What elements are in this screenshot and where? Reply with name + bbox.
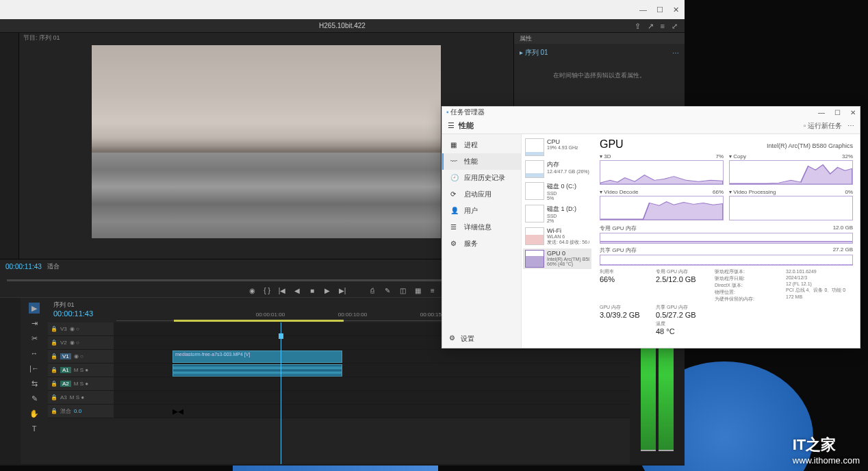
- export-icon[interactable]: ⇪: [635, 22, 641, 31]
- program-panel-label: 节目: 序列 01: [19, 33, 513, 42]
- safe-margin-icon[interactable]: ▦: [413, 287, 422, 294]
- type-tool-icon[interactable]: T: [29, 423, 40, 434]
- perf-disk0[interactable]: 磁盘 0 (C:)SSD5%: [523, 181, 591, 202]
- track-a1-label[interactable]: A1: [60, 367, 71, 373]
- tool-icon[interactable]: ⎙: [368, 287, 377, 294]
- close-icon[interactable]: ✕: [673, 5, 679, 14]
- track-a3-label[interactable]: A3: [60, 394, 67, 400]
- track-v3-label[interactable]: V3: [60, 326, 67, 332]
- chart-3d: ▾ 3D7%: [600, 153, 724, 185]
- maximize-icon[interactable]: ☐: [656, 5, 663, 14]
- video-clip[interactable]: mediastorm-free-a7s3-003.MP4 [V]: [173, 351, 342, 363]
- program-timecode[interactable]: 00:00:11:43: [5, 263, 42, 270]
- gpu-title: GPU: [600, 138, 624, 151]
- chart-dedicated-memory: 专用 GPU 内存12.0 GB: [600, 225, 853, 242]
- document-tab-label: H265.10bit.422: [319, 22, 366, 29]
- chart-copy: ▾ Copy32%: [729, 153, 853, 185]
- left-gutter: [0, 33, 19, 259]
- next-frame-icon[interactable]: ▶|: [337, 287, 347, 294]
- slip-tool-icon[interactable]: ⇆: [29, 378, 40, 389]
- zoom-fit-dropdown[interactable]: 适合: [47, 262, 60, 271]
- razor-tool-icon[interactable]: |←: [29, 363, 40, 374]
- nav-settings[interactable]: ⚙设置: [449, 334, 474, 344]
- nav-startup[interactable]: ⟳启动应用: [442, 186, 521, 203]
- ripple-tool-icon[interactable]: ✂: [29, 333, 40, 344]
- camera-icon[interactable]: ✎: [383, 287, 392, 294]
- perf-cpu[interactable]: CPU19% 4.93 GHz: [523, 137, 591, 157]
- premiere-titlebar: — ☐ ✕: [0, 0, 685, 19]
- rate-tool-icon[interactable]: ↔: [29, 348, 40, 359]
- track-mix-label[interactable]: 混合: [60, 407, 71, 415]
- share-icon[interactable]: ↗: [648, 22, 654, 31]
- nav-services[interactable]: ⚙服务: [442, 236, 521, 252]
- chart-video-decode: ▾ Video Decode66%: [600, 189, 724, 220]
- tm-title: 任务管理器: [450, 108, 485, 116]
- chart-video-processing: ▾ Video Processing0%: [729, 189, 853, 220]
- perf-gpu0[interactable]: GPU 0Intel(R) Arc(TM) B58...66% (48 °C): [523, 249, 591, 269]
- tm-minimize-icon[interactable]: —: [818, 109, 825, 116]
- mark-out-icon[interactable]: { }: [262, 287, 272, 294]
- props-seq-name: 序列 01: [525, 49, 548, 56]
- nav-users[interactable]: 👤用户: [442, 203, 521, 219]
- settings-icon[interactable]: ≡: [428, 287, 437, 294]
- properties-tab[interactable]: 属性: [514, 33, 685, 44]
- mark-in-icon[interactable]: ◉: [247, 287, 257, 294]
- timeline-seq-name[interactable]: 序列 01: [53, 301, 111, 309]
- track-a2-label[interactable]: A2: [60, 381, 71, 387]
- step-back-icon[interactable]: ◀: [292, 287, 302, 294]
- work-area-bar[interactable]: [174, 320, 344, 322]
- perf-disk1[interactable]: 磁盘 1 (D:)SSD2%: [523, 203, 591, 225]
- tm-tab-title: 性能: [459, 121, 474, 129]
- playhead[interactable]: [281, 322, 281, 464]
- fullscreen-icon[interactable]: ⤢: [672, 22, 678, 31]
- premiere-document-tab[interactable]: H265.10bit.422 ⇪ ↗ ≡ ⤢: [0, 19, 685, 33]
- nav-processes[interactable]: ▦进程: [442, 137, 521, 153]
- task-manager-window: ▪ 任务管理器 — ☐ ✕ ☰ 性能 ▫ 运行新任务 ⋯ ▦进程 〰性能 🕘应用…: [442, 106, 860, 348]
- hand-tool-icon[interactable]: ✋: [29, 408, 40, 419]
- tm-close-icon[interactable]: ✕: [850, 109, 856, 116]
- program-monitor[interactable]: [19, 42, 513, 259]
- step-fwd-icon[interactable]: ▶: [322, 287, 332, 294]
- preview-frame: [92, 45, 441, 238]
- export-frame-icon[interactable]: ◫: [398, 287, 407, 294]
- minimize-icon[interactable]: —: [639, 5, 647, 14]
- track-v1-label[interactable]: V1: [60, 353, 71, 359]
- perf-wifi[interactable]: Wi-FiWLAN 6发送: 64.0 接收: 56.0 K: [523, 226, 591, 247]
- tm-more-icon[interactable]: ⋯: [847, 122, 854, 129]
- gpu-detail-panel: GPU Intel(R) Arc(TM) B580 Graphics ▾ 3D7…: [593, 134, 860, 348]
- nav-history[interactable]: 🕘应用历史记录: [442, 170, 521, 186]
- tool-palette: ▶⇥ ✂↔ |←⇆ ✎✋ T: [21, 298, 48, 464]
- workspace-icon[interactable]: ≡: [661, 22, 665, 31]
- project-panel-tab[interactable]: [0, 298, 21, 464]
- timeline-timecode[interactable]: 00:00:11:43: [53, 309, 111, 318]
- track-v2-label[interactable]: V2: [60, 340, 67, 346]
- run-new-task-button[interactable]: ▫ 运行新任务: [804, 121, 842, 131]
- selection-tool-icon[interactable]: ▶: [29, 303, 40, 314]
- tm-nav: ▦进程 〰性能 🕘应用历史记录 ⟳启动应用 👤用户 ☰详细信息 ⚙服务 ⚙设置: [442, 134, 522, 348]
- nav-performance[interactable]: 〰性能: [442, 153, 521, 170]
- chart-shared-memory: 共享 GPU 内存27.2 GB: [600, 246, 853, 264]
- perf-resource-list: CPU19% 4.93 GHz 内存12.4/47.7 GB (26%) 磁盘 …: [522, 134, 593, 348]
- nav-details[interactable]: ☰详细信息: [442, 219, 521, 236]
- gpu-model: Intel(R) Arc(TM) B580 Graphics: [767, 142, 853, 149]
- more-icon[interactable]: ⋯: [672, 49, 679, 57]
- watermark: IT之家 www.ithome.com: [793, 435, 860, 466]
- track-select-icon[interactable]: ⇥: [29, 318, 40, 329]
- audio-clip[interactable]: [173, 364, 342, 377]
- gpu-stats: 利用率66% 专用 GPU 内存2.5/12.0 GB 驱动程序版本:驱动程序日…: [600, 268, 853, 335]
- play-icon[interactable]: ■: [307, 287, 317, 294]
- pen-tool-icon[interactable]: ✎: [29, 393, 40, 404]
- tm-maximize-icon[interactable]: ☐: [834, 109, 841, 116]
- perf-memory[interactable]: 内存12.4/47.7 GB (26%): [523, 159, 591, 179]
- prev-frame-icon[interactable]: |◀: [277, 287, 287, 294]
- props-placeholder: 在时间轴中选择剪辑以查看属性。: [514, 71, 685, 80]
